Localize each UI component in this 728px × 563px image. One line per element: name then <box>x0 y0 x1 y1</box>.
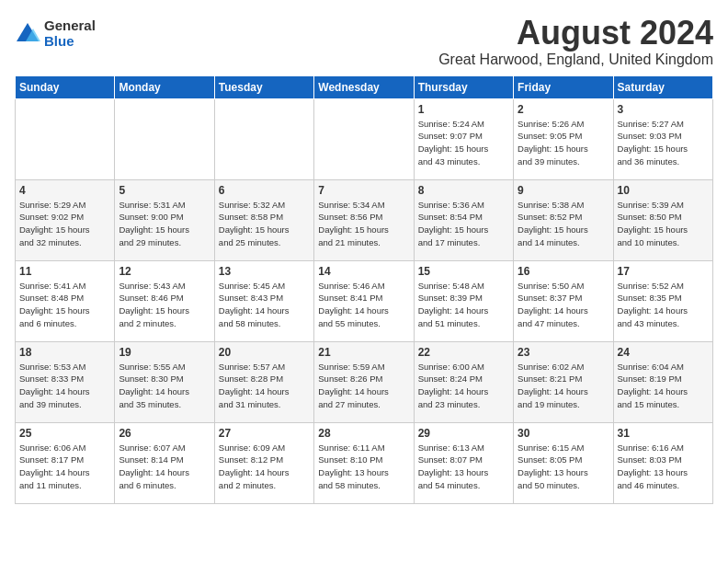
weekday-header: Saturday <box>613 75 712 98</box>
day-number: 21 <box>318 346 409 359</box>
calendar-cell: 10Sunrise: 5:39 AM Sunset: 8:50 PM Dayli… <box>613 179 712 260</box>
day-number: 6 <box>219 184 310 197</box>
calendar-cell <box>16 98 115 179</box>
day-info: Sunrise: 5:26 AM Sunset: 9:05 PM Dayligh… <box>518 118 609 168</box>
calendar-cell <box>115 98 214 179</box>
day-info: Sunrise: 5:34 AM Sunset: 8:56 PM Dayligh… <box>318 199 409 249</box>
calendar-cell: 11Sunrise: 5:41 AM Sunset: 8:48 PM Dayli… <box>16 260 115 341</box>
day-info: Sunrise: 6:13 AM Sunset: 8:07 PM Dayligh… <box>418 442 509 492</box>
calendar-cell: 3Sunrise: 5:27 AM Sunset: 9:03 PM Daylig… <box>613 98 712 179</box>
calendar-cell: 9Sunrise: 5:38 AM Sunset: 8:52 PM Daylig… <box>514 179 613 260</box>
weekday-header: Thursday <box>414 75 513 98</box>
calendar-cell: 27Sunrise: 6:09 AM Sunset: 8:12 PM Dayli… <box>214 422 313 503</box>
weekday-header: Sunday <box>16 75 115 98</box>
day-number: 5 <box>119 184 210 197</box>
calendar-cell: 1Sunrise: 5:24 AM Sunset: 9:07 PM Daylig… <box>414 98 513 179</box>
day-info: Sunrise: 5:50 AM Sunset: 8:37 PM Dayligh… <box>518 280 609 330</box>
day-number: 23 <box>518 346 609 359</box>
day-number: 9 <box>518 184 609 197</box>
day-number: 14 <box>318 265 409 278</box>
day-info: Sunrise: 5:46 AM Sunset: 8:41 PM Dayligh… <box>318 280 409 330</box>
calendar-cell: 14Sunrise: 5:46 AM Sunset: 8:41 PM Dayli… <box>314 260 414 341</box>
weekday-header: Monday <box>115 75 214 98</box>
calendar-week-row: 18Sunrise: 5:53 AM Sunset: 8:33 PM Dayli… <box>16 341 713 422</box>
calendar-cell: 24Sunrise: 6:04 AM Sunset: 8:19 PM Dayli… <box>613 341 712 422</box>
weekday-header: Tuesday <box>214 75 313 98</box>
calendar-cell: 5Sunrise: 5:31 AM Sunset: 9:00 PM Daylig… <box>115 179 214 260</box>
title-block: August 2024 Great Harwood, England, Unit… <box>438 15 713 68</box>
calendar-cell: 28Sunrise: 6:11 AM Sunset: 8:10 PM Dayli… <box>314 422 414 503</box>
day-number: 19 <box>119 346 210 359</box>
day-info: Sunrise: 5:32 AM Sunset: 8:58 PM Dayligh… <box>219 199 310 249</box>
day-info: Sunrise: 6:07 AM Sunset: 8:14 PM Dayligh… <box>119 442 210 492</box>
calendar-cell: 23Sunrise: 6:02 AM Sunset: 8:21 PM Dayli… <box>514 341 613 422</box>
day-number: 27 <box>219 427 310 440</box>
calendar-week-row: 11Sunrise: 5:41 AM Sunset: 8:48 PM Dayli… <box>16 260 713 341</box>
calendar-cell: 18Sunrise: 5:53 AM Sunset: 8:33 PM Dayli… <box>16 341 115 422</box>
calendar-cell: 4Sunrise: 5:29 AM Sunset: 9:02 PM Daylig… <box>16 179 115 260</box>
day-number: 1 <box>418 103 509 116</box>
day-info: Sunrise: 6:02 AM Sunset: 8:21 PM Dayligh… <box>518 361 609 411</box>
day-info: Sunrise: 5:24 AM Sunset: 9:07 PM Dayligh… <box>418 118 509 168</box>
calendar-week-row: 1Sunrise: 5:24 AM Sunset: 9:07 PM Daylig… <box>16 98 713 179</box>
day-info: Sunrise: 5:53 AM Sunset: 8:33 PM Dayligh… <box>19 361 110 411</box>
calendar-week-row: 4Sunrise: 5:29 AM Sunset: 9:02 PM Daylig… <box>16 179 713 260</box>
day-info: Sunrise: 5:31 AM Sunset: 9:00 PM Dayligh… <box>119 199 210 249</box>
month-title: August 2024 <box>438 15 713 52</box>
calendar-cell: 20Sunrise: 5:57 AM Sunset: 8:28 PM Dayli… <box>214 341 313 422</box>
day-info: Sunrise: 5:43 AM Sunset: 8:46 PM Dayligh… <box>119 280 210 330</box>
day-info: Sunrise: 5:59 AM Sunset: 8:26 PM Dayligh… <box>318 361 409 411</box>
day-number: 10 <box>618 184 709 197</box>
calendar-cell: 29Sunrise: 6:13 AM Sunset: 8:07 PM Dayli… <box>414 422 513 503</box>
day-number: 22 <box>418 346 509 359</box>
calendar-cell: 21Sunrise: 5:59 AM Sunset: 8:26 PM Dayli… <box>314 341 414 422</box>
day-number: 3 <box>618 103 709 116</box>
logo-blue: Blue <box>44 34 96 50</box>
calendar-header: SundayMondayTuesdayWednesdayThursdayFrid… <box>16 75 713 98</box>
day-number: 26 <box>119 427 210 440</box>
day-info: Sunrise: 5:38 AM Sunset: 8:52 PM Dayligh… <box>518 199 609 249</box>
day-number: 4 <box>19 184 110 197</box>
location: Great Harwood, England, United Kingdom <box>438 52 713 68</box>
logo-text: General Blue <box>44 18 96 49</box>
calendar-cell: 19Sunrise: 5:55 AM Sunset: 8:30 PM Dayli… <box>115 341 214 422</box>
day-number: 28 <box>318 427 409 440</box>
calendar-cell: 13Sunrise: 5:45 AM Sunset: 8:43 PM Dayli… <box>214 260 313 341</box>
day-number: 24 <box>618 346 709 359</box>
day-number: 17 <box>618 265 709 278</box>
calendar-cell <box>314 98 414 179</box>
day-number: 25 <box>19 427 110 440</box>
day-info: Sunrise: 5:27 AM Sunset: 9:03 PM Dayligh… <box>618 118 709 168</box>
calendar-cell: 22Sunrise: 6:00 AM Sunset: 8:24 PM Dayli… <box>414 341 513 422</box>
weekday-header: Wednesday <box>314 75 414 98</box>
calendar-cell: 16Sunrise: 5:50 AM Sunset: 8:37 PM Dayli… <box>514 260 613 341</box>
day-info: Sunrise: 6:06 AM Sunset: 8:17 PM Dayligh… <box>19 442 110 492</box>
day-number: 20 <box>219 346 310 359</box>
calendar-cell: 17Sunrise: 5:52 AM Sunset: 8:35 PM Dayli… <box>613 260 712 341</box>
calendar-table: SundayMondayTuesdayWednesdayThursdayFrid… <box>15 75 713 504</box>
day-number: 2 <box>518 103 609 116</box>
calendar-cell: 30Sunrise: 6:15 AM Sunset: 8:05 PM Dayli… <box>514 422 613 503</box>
day-info: Sunrise: 5:52 AM Sunset: 8:35 PM Dayligh… <box>618 280 709 330</box>
day-number: 18 <box>19 346 110 359</box>
day-info: Sunrise: 5:48 AM Sunset: 8:39 PM Dayligh… <box>418 280 509 330</box>
logo-general: General <box>44 18 96 34</box>
calendar-week-row: 25Sunrise: 6:06 AM Sunset: 8:17 PM Dayli… <box>16 422 713 503</box>
day-number: 29 <box>418 427 509 440</box>
calendar-cell: 31Sunrise: 6:16 AM Sunset: 8:03 PM Dayli… <box>613 422 712 503</box>
day-number: 7 <box>318 184 409 197</box>
weekday-row: SundayMondayTuesdayWednesdayThursdayFrid… <box>16 75 713 98</box>
day-number: 13 <box>219 265 310 278</box>
calendar-cell: 12Sunrise: 5:43 AM Sunset: 8:46 PM Dayli… <box>115 260 214 341</box>
day-number: 8 <box>418 184 509 197</box>
day-number: 31 <box>618 427 709 440</box>
page-header: General Blue August 2024 Great Harwood, … <box>15 15 713 68</box>
day-number: 16 <box>518 265 609 278</box>
weekday-header: Friday <box>514 75 613 98</box>
day-info: Sunrise: 5:55 AM Sunset: 8:30 PM Dayligh… <box>119 361 210 411</box>
logo: General Blue <box>15 18 96 49</box>
day-info: Sunrise: 5:57 AM Sunset: 8:28 PM Dayligh… <box>219 361 310 411</box>
day-info: Sunrise: 6:11 AM Sunset: 8:10 PM Dayligh… <box>318 442 409 492</box>
day-number: 11 <box>19 265 110 278</box>
day-info: Sunrise: 6:04 AM Sunset: 8:19 PM Dayligh… <box>618 361 709 411</box>
